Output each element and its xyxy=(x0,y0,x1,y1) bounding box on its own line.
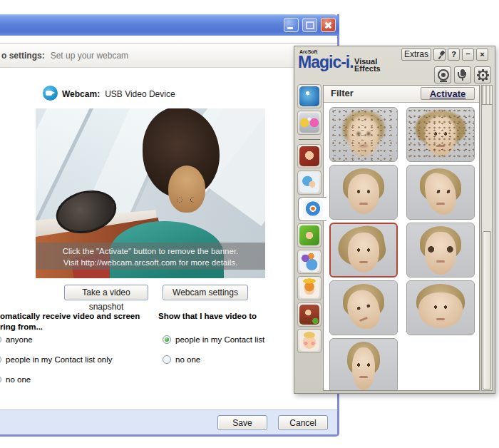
filter-title: Filter xyxy=(331,88,354,98)
save-button[interactable]: Save xyxy=(217,415,267,430)
microphone-icon xyxy=(299,113,319,133)
panel-minimize-button[interactable]: – xyxy=(462,49,474,61)
filter-eye-icon xyxy=(303,199,323,219)
dialog-footer: Save Cancel xyxy=(0,409,337,434)
face-mouth xyxy=(436,260,445,263)
filter-thumb-big-eyes[interactable] xyxy=(406,223,475,278)
panel-close-button[interactable]: × xyxy=(476,49,488,61)
window-titlebar[interactable] xyxy=(0,14,339,36)
show-group-title: Show that I have video to xyxy=(158,311,301,322)
sidebar-photo-edit-button[interactable] xyxy=(297,302,321,327)
sidebar-filter-eye-button[interactable] xyxy=(298,197,326,221)
radio-label: no one xyxy=(175,355,200,364)
scrollbar-grip[interactable] xyxy=(482,86,492,105)
effect-category-sidebar xyxy=(296,84,323,353)
face-facec xyxy=(418,292,463,328)
sidebar-caricature-button[interactable] xyxy=(297,329,321,353)
filter-header: Filter Activate xyxy=(324,86,479,103)
thumb-face-preview xyxy=(330,339,397,390)
scene-shape xyxy=(173,195,201,204)
panel-scrollbar[interactable] xyxy=(481,85,493,391)
sidebar-angel-avatar-button[interactable] xyxy=(297,276,321,300)
sidebar-photo-frame-button[interactable] xyxy=(297,223,321,248)
filter-thumb-particle-burst[interactable] xyxy=(406,107,475,162)
radio-unselected-icon[interactable] xyxy=(0,335,1,344)
receive-options: anyonepeople in my Contact list onlyno o… xyxy=(0,332,157,392)
webcam-device-row: Webcam:USB Video Device xyxy=(43,86,175,101)
face-noise xyxy=(407,108,474,161)
filter-thumb-particle-scatter[interactable] xyxy=(329,107,398,162)
filter-thumb-nose-swirl[interactable] xyxy=(329,280,398,335)
panel-webcam-button[interactable] xyxy=(434,66,451,83)
filter-thumb-mask-twist[interactable] xyxy=(406,165,475,220)
radio-option-people-in-my-contact-list-only[interactable]: people in my Contact list only xyxy=(0,352,157,362)
sidebar-webcam-tune-button[interactable] xyxy=(297,84,321,108)
scene-shape xyxy=(168,166,205,213)
gear-icon xyxy=(478,71,488,80)
brand-tagline: Visual Effects xyxy=(354,58,381,72)
receive-group-title: omatically receive video and screen ring… xyxy=(0,311,164,332)
radio-unselected-icon[interactable] xyxy=(0,375,1,384)
panel-microphone-button[interactable] xyxy=(454,66,471,83)
thumb-face-preview xyxy=(407,281,474,335)
filter-thumb-side-sweep[interactable] xyxy=(329,223,398,278)
avatar-frame-icon xyxy=(299,146,319,166)
webcam-device-name: USB Video Device xyxy=(105,89,175,99)
filter-thumb-slim-face[interactable] xyxy=(329,338,398,390)
radio-option-no-one[interactable]: no one xyxy=(0,372,157,382)
trial-banner: Click the "Activate" button to remove th… xyxy=(36,243,265,270)
webcam-icon xyxy=(438,69,449,81)
banner-line-2: Visit http://webcam.arcsoft.com for more… xyxy=(36,257,265,268)
hand-gesture-icon xyxy=(299,173,319,193)
face-eyes xyxy=(433,190,454,193)
face-eyes xyxy=(354,363,374,367)
take-snapshot-button[interactable]: Take a video snapshot xyxy=(64,285,148,300)
face-eyes xyxy=(421,246,459,253)
face-noise xyxy=(330,108,397,161)
filter-content-box: Filter Activate xyxy=(323,85,480,391)
radio-label: people in my Contact list xyxy=(175,335,264,344)
extras-button[interactable]: Extras xyxy=(401,49,431,61)
sidebar-hand-gesture-button[interactable] xyxy=(297,170,321,195)
theme-sound-icon xyxy=(299,252,319,272)
help-button[interactable]: ? xyxy=(448,49,460,61)
face-mouth xyxy=(436,318,445,320)
photo-frame-icon xyxy=(299,225,319,245)
pin-button[interactable] xyxy=(433,49,446,61)
video-settings-window: o settings:Set up your webcam Webcam:USB… xyxy=(0,14,339,437)
face-eyes xyxy=(354,248,374,252)
face-mouth xyxy=(359,376,368,378)
close-icon[interactable] xyxy=(321,18,336,32)
maximize-icon[interactable] xyxy=(302,18,317,32)
face-eyes xyxy=(431,305,451,309)
settings-header: o settings:Set up your webcam xyxy=(0,43,337,68)
thumb-face-preview xyxy=(407,108,474,161)
radio-selected-icon[interactable] xyxy=(163,335,171,344)
sidebar-avatar-frame-button[interactable] xyxy=(297,144,321,168)
face-mouth xyxy=(359,261,368,263)
minimize-icon[interactable] xyxy=(284,18,299,32)
webcam-settings-button[interactable]: Webcam settings xyxy=(163,285,248,300)
brand-tagline-line2: Effects xyxy=(354,65,381,72)
radio-option-anyone[interactable]: anyone xyxy=(0,332,157,342)
thumb-face-preview xyxy=(331,224,396,276)
header-title: o settings: xyxy=(1,51,45,61)
sidebar-microphone-button[interactable] xyxy=(297,111,321,135)
photo-edit-icon xyxy=(299,305,319,325)
thumb-face-preview xyxy=(407,166,474,219)
radio-label: people in my Contact list only xyxy=(6,355,113,364)
scrollbar-thumb[interactable] xyxy=(483,231,491,390)
filter-thumb-front-face[interactable] xyxy=(329,165,398,220)
cancel-button[interactable]: Cancel xyxy=(278,415,328,430)
caricature-icon xyxy=(299,331,319,351)
radio-unselected-icon[interactable] xyxy=(163,355,171,364)
face-facec xyxy=(348,233,379,273)
radio-unselected-icon[interactable] xyxy=(0,355,1,364)
filter-thumb-wide-face[interactable] xyxy=(406,280,475,335)
activate-button[interactable]: Activate xyxy=(421,87,475,100)
panel-settings-button[interactable] xyxy=(474,66,491,83)
thumb-face-preview xyxy=(330,281,397,335)
sidebar-theme-sound-button[interactable] xyxy=(297,250,321,274)
thumb-face-preview xyxy=(330,166,397,219)
microphone-icon xyxy=(461,69,465,76)
